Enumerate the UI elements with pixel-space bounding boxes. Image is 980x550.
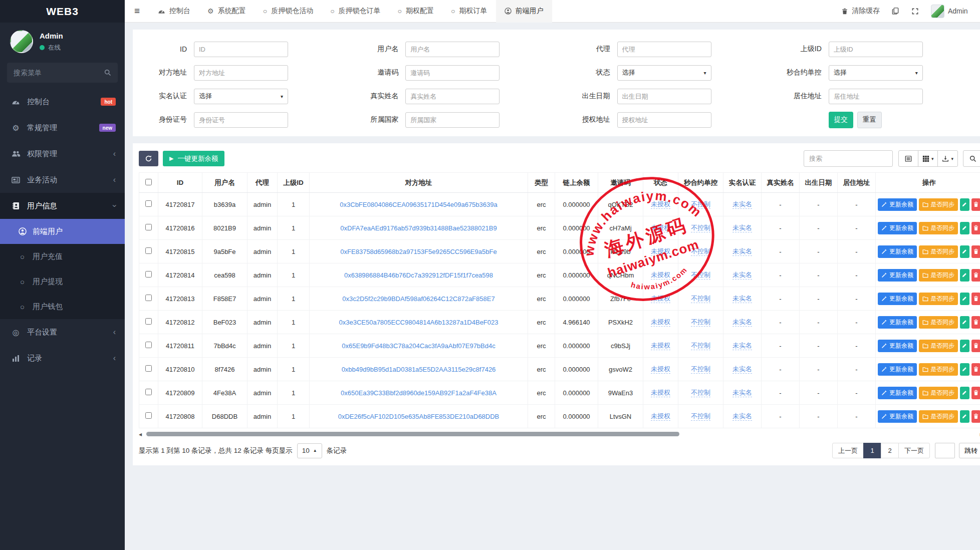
tab-options-config[interactable]: ○ 期权配置	[389, 0, 442, 23]
authorize-status-link[interactable]: 未授权	[651, 365, 670, 374]
filter-id-input[interactable]	[194, 42, 288, 57]
update-balance-button[interactable]: 更新余额	[878, 198, 917, 211]
delete-button[interactable]	[971, 363, 980, 376]
tab-staking-activity[interactable]: ○ 质押锁仓活动	[255, 0, 322, 23]
row-checkbox[interactable]	[145, 365, 152, 372]
edit-button[interactable]	[960, 340, 969, 352]
row-checkbox[interactable]	[145, 389, 152, 395]
page-button-1[interactable]: 1	[863, 443, 881, 458]
realname-status-link[interactable]: 未实名	[732, 389, 752, 397]
sync-button[interactable]: 是否同步	[919, 363, 958, 376]
contract-control-link[interactable]: 不控制	[691, 412, 710, 421]
filter-status-select[interactable]: 选择▾	[617, 65, 711, 81]
filter-agent-input[interactable]	[617, 42, 711, 57]
edit-button[interactable]	[960, 222, 969, 234]
hamburger-icon[interactable]: ≡	[125, 6, 149, 17]
sidebar-item-platform-settings[interactable]: ◎ 平台设置 ‹	[0, 319, 125, 345]
edit-button[interactable]	[960, 245, 969, 258]
realname-status-link[interactable]: 未实名	[732, 295, 752, 303]
authorize-status-link[interactable]: 未授权	[651, 342, 670, 350]
next-page-button[interactable]: 下一页	[898, 443, 930, 458]
filter-username-input[interactable]	[405, 42, 500, 57]
filter-id-number-input[interactable]	[194, 112, 288, 128]
realname-status-link[interactable]: 未实名	[732, 247, 752, 256]
sidebar-subitem-user-wallet[interactable]: ○ 用户钱包	[0, 294, 125, 319]
sidebar-subitem-user-recharge[interactable]: ○ 用户充值	[0, 244, 125, 269]
wallet-address-link[interactable]: 0x3CbFE0804086CEA09635171D454e09a675b363…	[310, 193, 528, 216]
delete-button[interactable]	[971, 387, 980, 399]
tab-options-orders[interactable]: ○ 期权订单	[442, 0, 496, 23]
copy-icon[interactable]	[892, 7, 899, 15]
edit-button[interactable]	[960, 363, 969, 376]
advanced-search-button[interactable]	[963, 150, 980, 167]
sync-button[interactable]: 是否同步	[919, 222, 958, 234]
wallet-address-link[interactable]: 0xDE26f5cAF102D105e635Ab8FE853DE210aD68D…	[310, 405, 528, 428]
menu-search-input[interactable]	[14, 69, 104, 77]
wallet-address-link[interactable]: 0xbb49d9bB95d1aD0381a5E5D2AA3115e29c8f74…	[310, 358, 528, 381]
sync-button[interactable]: 是否同步	[919, 316, 958, 329]
edit-button[interactable]	[960, 198, 969, 211]
page-button-2[interactable]: 2	[881, 443, 899, 458]
edit-button[interactable]	[960, 410, 969, 423]
contract-control-link[interactable]: 不控制	[691, 365, 710, 374]
realname-status-link[interactable]: 未实名	[732, 342, 752, 350]
delete-button[interactable]	[971, 293, 980, 305]
table-search-input[interactable]	[804, 150, 893, 167]
row-checkbox[interactable]	[145, 318, 152, 325]
update-balance-button[interactable]: 更新余额	[878, 316, 917, 329]
wallet-address-link[interactable]: 0xFE83758d65968b2a97153F5e9265CC596E9a5b…	[310, 240, 528, 263]
contract-control-link[interactable]: 不控制	[691, 318, 710, 327]
sync-button[interactable]: 是否同步	[919, 269, 958, 282]
realname-status-link[interactable]: 未实名	[732, 365, 752, 374]
wallet-address-link[interactable]: 0x65E9b9Fd48b3C78a204Cac3fA9aAbf07E97bBd…	[310, 334, 528, 358]
contract-control-link[interactable]: 不控制	[691, 271, 710, 280]
realname-status-link[interactable]: 未实名	[732, 271, 752, 280]
realname-status-link[interactable]: 未实名	[732, 318, 752, 327]
edit-button[interactable]	[960, 269, 969, 282]
sync-button[interactable]: 是否同步	[919, 387, 958, 399]
sync-button[interactable]: 是否同步	[919, 340, 958, 352]
row-checkbox[interactable]	[145, 342, 152, 348]
scrollbar-thumb[interactable]	[146, 432, 679, 436]
export-button[interactable]: ▾	[937, 150, 958, 167]
sidebar-item-business[interactable]: 业务活动 ‹	[0, 167, 125, 193]
wallet-address-link[interactable]: 0xDFA7eaAEd9176ab57d939b31488Bae52388021…	[310, 216, 528, 240]
row-checkbox[interactable]	[145, 200, 152, 207]
fullscreen-icon[interactable]	[911, 8, 919, 15]
contract-control-link[interactable]: 不控制	[691, 200, 710, 209]
scroll-left-icon[interactable]: ◀	[139, 432, 142, 437]
delete-button[interactable]	[971, 410, 980, 423]
clear-cache-button[interactable]: 清除缓存	[841, 7, 880, 16]
sidebar-item-permissions[interactable]: 权限管理 ‹	[0, 141, 125, 167]
refresh-button[interactable]	[139, 151, 158, 166]
tab-system-config[interactable]: ⚙ 系统配置	[199, 0, 255, 23]
list-view-button[interactable]	[898, 150, 918, 167]
columns-button[interactable]: ▾	[918, 150, 938, 167]
delete-button[interactable]	[971, 340, 980, 352]
edit-button[interactable]	[960, 293, 969, 305]
wallet-address-link[interactable]: 0x638986884B46b76Dc7a392912fDF15f1f7cea5…	[310, 263, 528, 287]
wallet-address-link[interactable]: 0x3e3CE50a7805ECC9804814A6b13287a1D4BeF0…	[310, 311, 528, 334]
filter-parent-id-input[interactable]	[829, 42, 923, 57]
contract-control-link[interactable]: 不控制	[691, 224, 710, 232]
row-checkbox[interactable]	[145, 271, 152, 278]
delete-button[interactable]	[971, 222, 980, 234]
row-checkbox[interactable]	[145, 247, 152, 254]
sidebar-subitem-user-withdraw[interactable]: ○ 用户提现	[0, 269, 125, 294]
jump-button[interactable]: 跳转	[959, 443, 980, 458]
prev-page-button[interactable]: 上一页	[832, 443, 864, 458]
delete-button[interactable]	[971, 316, 980, 329]
row-checkbox[interactable]	[145, 224, 152, 230]
realname-status-link[interactable]: 未实名	[732, 224, 752, 232]
row-checkbox[interactable]	[145, 412, 152, 419]
delete-button[interactable]	[971, 198, 980, 211]
sidebar-item-records[interactable]: 记录 ‹	[0, 345, 125, 371]
reset-button[interactable]: 重置	[857, 112, 882, 128]
tab-frontend-users[interactable]: 前端用户	[496, 0, 552, 23]
filter-invite-input[interactable]	[405, 65, 500, 81]
filter-contract-control-select[interactable]: 选择▾	[829, 65, 923, 81]
update-all-balance-button[interactable]: ▶ 一键更新余额	[163, 151, 224, 166]
avatar[interactable]	[10, 30, 33, 53]
update-balance-button[interactable]: 更新余额	[878, 245, 917, 258]
admin-menu[interactable]: Admin	[931, 5, 968, 18]
